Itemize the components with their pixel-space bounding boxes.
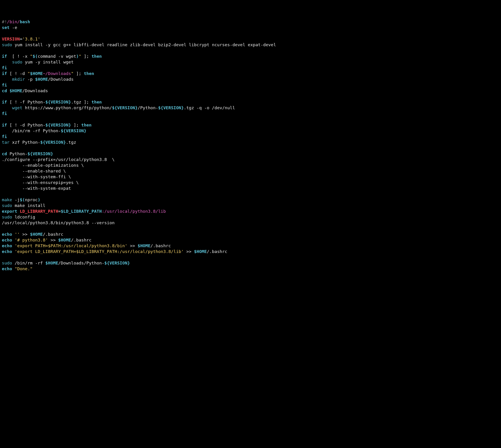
code-token xyxy=(12,249,15,254)
code-token: $HOME xyxy=(58,238,71,242)
code-token: /Downloads/Python- xyxy=(58,261,104,265)
code-token: https://www.python.org/ftp/python/ xyxy=(22,105,112,110)
code-token: ${VERSION} xyxy=(27,151,53,156)
code-token: if xyxy=(2,54,7,59)
code-token: sudo xyxy=(2,215,12,219)
code-token: sudo xyxy=(2,261,12,265)
code-token: then xyxy=(92,100,102,104)
code-token: '# python3.8' xyxy=(15,238,48,242)
code-token: /.bashrc xyxy=(43,232,63,237)
code-token: >> xyxy=(184,249,194,254)
code-token: /.bashrc xyxy=(71,238,92,242)
code-token: if xyxy=(2,71,7,76)
code-token: [ ! -f Python- xyxy=(7,100,45,104)
code-token: if xyxy=(2,100,7,104)
code-token: 'export PATH=$PATH:/usr/local/python3.8/… xyxy=(15,243,128,248)
code-token xyxy=(7,88,9,93)
code-token: ${VERSION} xyxy=(104,261,130,265)
code-token: bash xyxy=(20,19,30,24)
code-token: /bin/rm -rf xyxy=(12,261,46,265)
code-token: make xyxy=(2,197,12,202)
code-token: --with-system-ffi \ xyxy=(2,174,71,179)
code-token: ${VERSION} xyxy=(40,140,66,145)
code-token: /Python- xyxy=(138,105,158,110)
code-token: fi xyxy=(2,82,7,87)
code-token: /bin/rm -rf Python- xyxy=(2,128,61,133)
code-token: " xyxy=(71,71,74,76)
code-token: export xyxy=(2,209,17,214)
code-token: ]; xyxy=(74,71,84,76)
code-token xyxy=(12,238,15,242)
code-token: ) xyxy=(38,197,40,202)
code-token: echo xyxy=(2,243,12,248)
code-token: [ ! -x xyxy=(7,54,30,59)
code-token: Python- xyxy=(7,151,27,156)
bash-script-code-block: #!/bin/bash set -e VERSION='3.8.1' sudo … xyxy=(2,19,499,272)
code-token: ) xyxy=(76,54,79,59)
code-token: fi xyxy=(2,65,7,70)
code-token: --enable-optimizations \ xyxy=(2,163,84,168)
code-token: /usr/local/python3.8/bin/python3.8 --ver… xyxy=(2,220,114,225)
code-token: >> xyxy=(20,232,30,237)
code-token xyxy=(12,243,15,248)
code-token: --enable-shared \ xyxy=(2,169,66,173)
code-token: /bin/ xyxy=(7,19,20,24)
code-token: -j xyxy=(12,197,20,202)
code-token: ${VERSION} xyxy=(45,123,71,128)
code-token: sudo xyxy=(12,60,23,64)
code-token xyxy=(2,77,12,82)
code-token: command -v wget xyxy=(38,54,76,59)
code-token: make install xyxy=(12,203,46,208)
code-token: /Downloads xyxy=(22,88,48,93)
code-token: $LD_LIBRATY_PATH xyxy=(61,209,102,214)
code-token: sudo xyxy=(2,42,12,47)
code-token: = xyxy=(20,37,22,41)
code-token: /.bashrc xyxy=(207,249,227,254)
code-token: $( xyxy=(20,197,25,202)
code-token: "Done." xyxy=(15,266,33,271)
code-token: /Downloads xyxy=(48,77,74,82)
code-token: then xyxy=(81,123,92,128)
code-token: >> xyxy=(48,238,58,242)
code-token: " xyxy=(79,54,81,59)
code-token: ./configure --prefix=/usr/local/python3.… xyxy=(2,157,114,162)
code-token: fi xyxy=(2,134,7,139)
code-token: [ ! -d Python- xyxy=(7,123,45,128)
code-token: '3.8.1' xyxy=(22,37,40,41)
code-token: ${VERSION} xyxy=(112,105,138,110)
code-token: -p xyxy=(25,77,35,82)
code-token: ${VERSION} xyxy=(158,105,184,110)
code-token: .tgz -q -o /dev/null xyxy=(184,105,235,110)
code-token: nproc xyxy=(25,197,38,202)
code-token: then xyxy=(84,71,94,76)
code-token: tar xyxy=(2,140,9,145)
code-token xyxy=(2,60,12,64)
code-token: :/usr/local/python3.8/lib xyxy=(102,209,166,214)
code-token xyxy=(17,209,20,214)
code-token xyxy=(2,105,12,110)
code-token: = xyxy=(58,209,61,214)
code-token: echo xyxy=(2,232,12,237)
code-token: ]; xyxy=(81,54,92,59)
code-token: --with-system-expat xyxy=(2,186,71,191)
code-token: #! xyxy=(2,19,7,24)
code-token: VERSION xyxy=(2,37,20,41)
code-token: echo xyxy=(2,238,12,242)
code-token: 'export LD_LIBRARY_PATH=$LD_LIBRATY_PATH… xyxy=(15,249,184,254)
code-token: $HOME xyxy=(30,71,43,76)
code-token: '' xyxy=(15,232,20,237)
code-token: cd xyxy=(2,151,7,156)
code-token: $HOME xyxy=(138,243,150,248)
code-token: mkdir xyxy=(12,77,25,82)
code-token: $HOME xyxy=(194,249,207,254)
code-token: $( xyxy=(33,54,38,59)
code-token: ldconfig xyxy=(12,215,35,219)
code-token: wget xyxy=(12,105,23,110)
code-token: set xyxy=(2,25,9,30)
code-token: .tgz ]; xyxy=(71,100,92,104)
code-token: " xyxy=(27,71,30,76)
code-token: echo xyxy=(2,266,12,271)
code-token: sudo xyxy=(2,203,12,208)
code-token: $HOME xyxy=(9,88,22,93)
code-token: xzf Python- xyxy=(9,140,40,145)
